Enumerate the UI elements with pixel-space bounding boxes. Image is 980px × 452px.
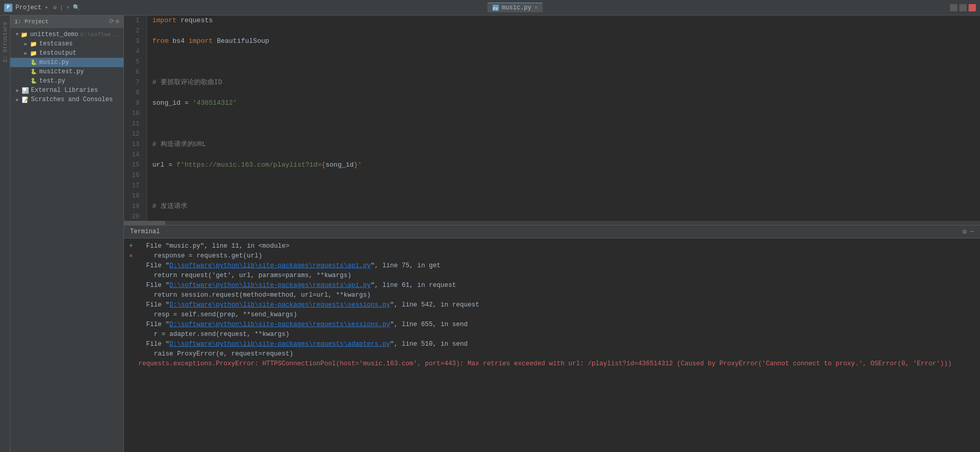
term-text-11: File "D:\software\python\lib\site-packag… (138, 340, 975, 349)
tree-item-test-py[interactable]: ▶ 🐍 test.py (10, 76, 123, 86)
test-py-label: test.py (39, 77, 65, 85)
ext-lib-icon: 📊 (22, 87, 29, 94)
root-label: unittest_demo (30, 31, 78, 38)
term-text-13: requests.exceptions.ProxyError: HTTPSCon… (138, 359, 975, 369)
ext-lib-label: External Libraries (31, 87, 98, 94)
term-link-4[interactable]: D:\software\python\lib\site-packages\req… (169, 321, 390, 328)
code-line-8: url = f'https://music.163.com/playlist?i… (152, 160, 980, 170)
panel-sync-icon[interactable]: ⟳ (109, 18, 114, 25)
term-link-5[interactable]: D:\software\python\lib\site-packages\req… (169, 341, 390, 348)
minimize-button[interactable] (950, 4, 957, 11)
term-text-5: File "D:\software\python\lib\site-packag… (138, 281, 975, 290)
tab-close-button[interactable]: × (534, 5, 538, 11)
terminal-header: Terminal ⚙ — (124, 225, 980, 238)
term-text-6: return session.request(method=method, ur… (138, 290, 975, 300)
term-line-13: requests.exceptions.ProxyError: HTTPSCon… (129, 359, 975, 369)
testcases-label: testcases (39, 40, 73, 47)
term-line-5: File "D:\software\python\lib\site-packag… (129, 281, 975, 290)
term-link-1[interactable]: D:\software\python\lib\site-packages\req… (169, 262, 371, 269)
scratches-icon: 📝 (22, 96, 29, 103)
code-line-10: # 发送请求 (152, 201, 980, 212)
term-text-1: File "music.py", line 11, in <module> (138, 241, 975, 251)
tree-item-external-libraries[interactable]: ▶ 📊 External Libraries (10, 86, 123, 95)
title-bar-left: P Project ▾ ⚙ | ⚡ 🔍 (4, 4, 80, 12)
terminal-content[interactable]: + File "music.py", line 11, in <module> … (124, 238, 980, 452)
term-line-11: File "D:\software\python\lib\site-packag… (129, 340, 975, 349)
tree-item-music-py[interactable]: ▶ 🐍 music.py (10, 58, 123, 67)
side-strip: Z: Structure (0, 15, 10, 452)
maximize-button[interactable] (959, 4, 967, 11)
term-text-8: resp = self.send(prep, **send_kwargs) (138, 310, 975, 320)
term-text-10: r = adapter.send(request, **kwargs) (138, 330, 975, 340)
term-line-2: ✕ response = requests.get(url) (129, 251, 975, 261)
term-text-7: File "D:\software\python\lib\site-packag… (138, 300, 975, 310)
root-arrow: ▼ (14, 31, 20, 38)
title-bar: P Project ▾ ⚙ | ⚡ 🔍 py music.py × (0, 0, 980, 15)
editor-scrollbar[interactable] (124, 221, 980, 225)
root-path: D:\softwa... (81, 31, 121, 38)
panel-header-icons: ⟳ ⚙ (109, 18, 119, 25)
code-line-2: from bs4 import BeautifulSoup (152, 36, 980, 46)
term-line-12: raise ProxyError(e, request=request) (129, 349, 975, 359)
term-line-4: return request('get', url, params=params… (129, 271, 975, 281)
project-icon: P (4, 4, 12, 12)
root-folder-icon: 📁 (21, 31, 28, 38)
term-line-1: + File "music.py", line 11, in <module> (129, 241, 975, 251)
terminal-settings-icon[interactable]: ⚙ (962, 228, 967, 236)
ext-lib-arrow: ▶ (14, 87, 21, 93)
term-link-3[interactable]: D:\software\python\lib\site-packages\req… (169, 301, 390, 309)
project-menu[interactable]: Project (15, 4, 41, 11)
term-marker-cross: ✕ (129, 251, 138, 261)
testcases-folder-icon: 📁 (30, 40, 37, 47)
main-layout: Z: Structure 1: Project ⟳ ⚙ ▼ 📁 unittest… (0, 15, 980, 452)
code-line-3 (152, 57, 980, 67)
close-window-button[interactable] (969, 4, 976, 11)
line-numbers: 1 2 3 4 5 6 7 8 9 10 11 12 13 14 15 16 1 (124, 15, 147, 221)
editor-tab-music-py[interactable]: py music.py × (487, 3, 543, 12)
code-content[interactable]: import requests from bs4 import Beautifu… (147, 15, 980, 221)
term-line-10: r = adapter.send(request, **kwargs) (129, 330, 975, 340)
panel-settings-icon[interactable]: ⚙ (116, 18, 119, 25)
terminal-area: Terminal ⚙ — + File "music.py", line 11,… (124, 225, 980, 452)
music-py-icon: 🐍 (30, 59, 37, 66)
scratches-label: Scratches and Consoles (31, 96, 113, 103)
musictest-py-icon: 🐍 (30, 68, 37, 75)
term-text-2: response = requests.get(url) (138, 251, 975, 261)
editor-scrollbar-thumb[interactable] (124, 221, 165, 225)
scratches-arrow: ▶ (14, 96, 21, 103)
project-panel-title: 1: Project (14, 19, 49, 25)
term-text-3: File "D:\software\python\lib\site-packag… (138, 261, 975, 271)
tree-item-scratches[interactable]: ▶ 📝 Scratches and Consoles (10, 95, 123, 104)
term-line-9: File "D:\software\python\lib\site-packag… (129, 320, 975, 330)
testoutput-label: testoutput (39, 50, 76, 57)
term-line-8: resp = self.send(prep, **send_kwargs) (129, 310, 975, 320)
code-editor: 1 2 3 4 5 6 7 8 9 10 11 12 13 14 15 16 1 (124, 15, 980, 225)
code-line-4: # 要抓取评论的歌曲ID (152, 77, 980, 88)
test-py-icon: 🐍 (30, 77, 37, 85)
term-link-2[interactable]: D:\software\python\lib\site-packages\req… (169, 282, 371, 289)
tree-item-musictest-py[interactable]: ▶ 🐍 musictest.py (10, 67, 123, 76)
title-bar-icons (950, 4, 976, 11)
code-line-6 (152, 119, 980, 129)
tab-filename: music.py (502, 4, 532, 11)
project-panel: 1: Project ⟳ ⚙ ▼ 📁 unittest_demo D:\soft… (10, 15, 124, 452)
code-line-5: song_id = '436514312' (152, 98, 980, 108)
terminal-minimize-icon[interactable]: — (970, 228, 974, 236)
testoutput-folder-icon: 📁 (30, 50, 37, 57)
structure-label[interactable]: Z: Structure (2, 22, 8, 62)
term-text-9: File "D:\software\python\lib\site-packag… (138, 320, 975, 330)
terminal-header-right: ⚙ — (962, 228, 974, 236)
project-panel-header: 1: Project ⟳ ⚙ (10, 15, 123, 28)
terminal-title: Terminal (130, 228, 160, 235)
term-line-6: return session.request(method=method, ur… (129, 290, 975, 300)
musictest-py-label: musictest.py (39, 68, 84, 75)
editor-area: 1 2 3 4 5 6 7 8 9 10 11 12 13 14 15 16 1 (124, 15, 980, 452)
term-line-7: File "D:\software\python\lib\site-packag… (129, 300, 975, 310)
tree-item-testoutput[interactable]: ▶ 📁 testoutput (10, 49, 123, 58)
tree-item-testcases[interactable]: ▶ 📁 testcases (10, 39, 123, 49)
code-line-9 (152, 181, 980, 191)
code-line-1: import requests (152, 15, 980, 26)
editor-content[interactable]: 1 2 3 4 5 6 7 8 9 10 11 12 13 14 15 16 1 (124, 15, 980, 221)
file-icon: py (493, 5, 499, 11)
tree-item-root[interactable]: ▼ 📁 unittest_demo D:\softwa... (10, 30, 123, 39)
